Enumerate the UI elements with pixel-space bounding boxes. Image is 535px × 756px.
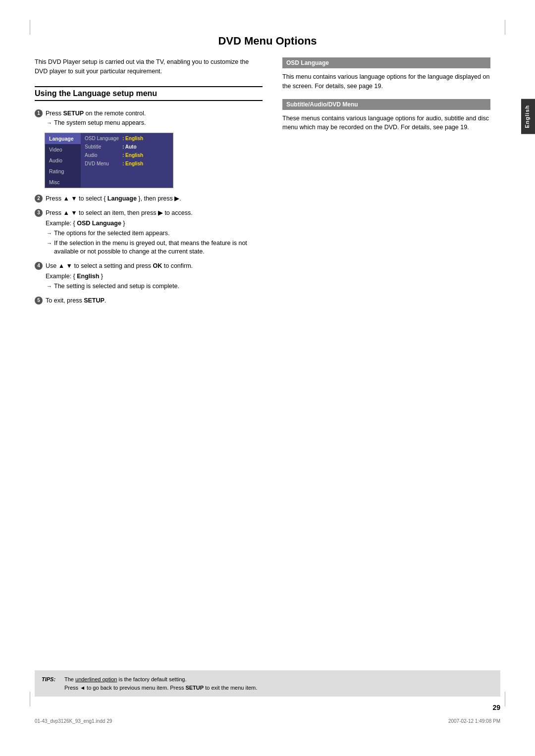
step-4-example: Example: { English } — [46, 273, 103, 280]
border-mark-bl — [30, 692, 30, 706]
tips-line-1: The underlined option is the factory def… — [64, 675, 493, 684]
step-4-content: Use ▲ ▼ to select a setting and press OK… — [46, 261, 263, 291]
menu-osd-language-row: OSD Language : English — [81, 134, 173, 143]
step-1-arrow: → The system setup menu appears. — [47, 119, 263, 128]
step-4-num: 4 — [35, 262, 43, 270]
menu-dvdmenu-row: DVD Menu : English — [81, 159, 173, 168]
tips-content: The underlined option is the factory def… — [64, 675, 493, 692]
step-1-arrow-text: The system setup menu appears. — [54, 119, 146, 128]
menu-left-nav: Language Video Audio Rating Misc — [45, 133, 81, 188]
step-5-num: 5 — [35, 297, 43, 304]
menu-dvdmenu-label: DVD Menu — [85, 161, 119, 166]
step-2: 2 Press ▲ ▼ to select { Language }, then… — [35, 194, 263, 203]
section-heading: Using the Language setup menu — [35, 86, 263, 101]
arrow-symbol-3a: → — [47, 230, 52, 238]
english-tab: English — [521, 99, 535, 134]
tips-underline-text: underlined option — [75, 676, 117, 682]
tips-label: TIPS: — [42, 675, 61, 692]
step-3-content: Press ▲ ▼ to select an item, then press … — [46, 208, 263, 256]
menu-osd-value: : English — [122, 136, 143, 141]
page-container: English DVD Menu Options This DVD Player… — [0, 0, 535, 756]
step-1-num: 1 — [35, 109, 43, 117]
step-3-arrow-1: → The options for the selected item appe… — [47, 229, 263, 238]
menu-subtitle-label: Subtitle — [85, 144, 119, 150]
step-3-example-line: Example: { OSD Language } — [46, 219, 263, 228]
step-5-content: To exit, press SETUP. — [46, 296, 263, 305]
osd-language-text: This menu contains various language opti… — [282, 72, 490, 91]
step-3-arrow-2: → If the selection in the menu is greyed… — [47, 239, 263, 256]
page-number: 29 — [492, 704, 500, 711]
border-mark-tl — [30, 20, 30, 35]
step-4-arrow: → The setting is selected and setup is c… — [47, 282, 263, 291]
footer-left: 01-43_dvp3126K_93_eng1.indd 29 — [35, 718, 112, 724]
step-1: 1 Press SETUP on the remote control. → T… — [35, 109, 263, 128]
step-4: 4 Use ▲ ▼ to select a setting and press … — [35, 261, 263, 291]
menu-item-misc: Misc — [45, 177, 81, 188]
footer-right: 2007-02-12 1:49:08 PM — [448, 718, 500, 724]
arrow-symbol-1: → — [47, 119, 52, 128]
step-1-content: Press SETUP on the remote control. → The… — [46, 109, 263, 128]
page-title: DVD Menu Options — [0, 30, 535, 48]
menu-item-video: Video — [45, 144, 81, 155]
step-5-text: To exit, press SETUP. — [46, 297, 106, 304]
main-content: This DVD Player setup is carried out via… — [0, 57, 535, 310]
step-3-text: Press ▲ ▼ to select an item, then press … — [46, 209, 193, 216]
menu-subtitle-value: : Auto — [122, 144, 137, 150]
setup-menu-screenshot: Language Video Audio Rating Misc OSD Lan… — [45, 133, 173, 188]
menu-content-row: Language Video Audio Rating Misc OSD Lan… — [45, 133, 173, 188]
step-2-num: 2 — [35, 195, 43, 202]
tips-row: TIPS: The underlined option is the facto… — [42, 675, 493, 692]
step-3: 3 Press ▲ ▼ to select an item, then pres… — [35, 208, 263, 256]
arrow-symbol-4: → — [47, 283, 52, 291]
step-4-arrow-text: The setting is selected and setup is com… — [54, 282, 179, 291]
menu-subtitle-row: Subtitle : Auto — [81, 143, 173, 151]
menu-osd-label: OSD Language — [85, 136, 119, 141]
left-column: This DVD Player setup is carried out via… — [35, 57, 263, 310]
menu-item-audio: Audio — [45, 155, 81, 166]
tips-line-2: Press ◄ to go back to previous menu item… — [64, 684, 493, 692]
step-3-arrow-text-2: If the selection in the menu is greyed o… — [54, 239, 263, 256]
menu-dvdmenu-value: : English — [122, 161, 143, 166]
menu-audio-value: : English — [122, 152, 143, 158]
step-5: 5 To exit, press SETUP. — [35, 296, 263, 305]
menu-right-content: OSD Language : English Subtitle : Auto A… — [81, 133, 173, 188]
tips-box: TIPS: The underlined option is the facto… — [35, 670, 500, 697]
step-3-num: 3 — [35, 209, 43, 217]
menu-item-rating: Rating — [45, 166, 81, 177]
intro-text: This DVD Player setup is carried out via… — [35, 57, 263, 76]
arrow-symbol-3b: → — [47, 240, 52, 256]
menu-item-language: Language — [45, 133, 81, 144]
subtitle-audio-dvd-header: Subtitle/Audio/DVD Menu — [282, 99, 490, 110]
step-2-text: Press ▲ ▼ to select { Language }, then p… — [46, 195, 181, 202]
subtitle-audio-dvd-text: These menus contains various language op… — [282, 114, 490, 133]
right-column: OSD Language This menu contains various … — [282, 57, 490, 310]
menu-audio-label: Audio — [85, 152, 119, 158]
step-1-text: Press SETUP on the remote control. — [46, 110, 146, 117]
border-mark-br — [505, 692, 505, 706]
step-2-content: Press ▲ ▼ to select { Language }, then p… — [46, 194, 263, 203]
menu-audio-row: Audio : English — [81, 151, 173, 159]
border-mark-tr — [505, 20, 505, 35]
step-4-text: Use ▲ ▼ to select a setting and press OK… — [46, 262, 193, 269]
step-3-arrow-text-1: The options for the selected item appear… — [54, 229, 169, 238]
step-3-example: Example: { OSD Language } — [46, 220, 125, 227]
step-4-example-line: Example: { English } — [46, 272, 263, 281]
osd-language-header: OSD Language — [282, 57, 490, 68]
